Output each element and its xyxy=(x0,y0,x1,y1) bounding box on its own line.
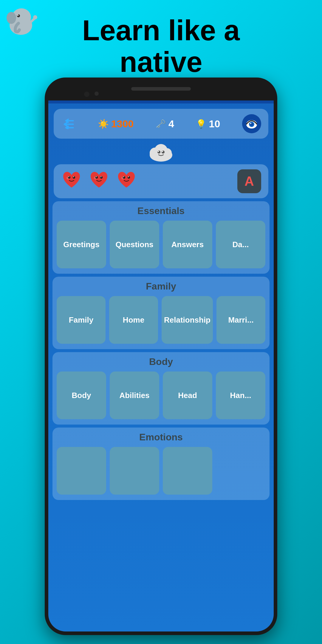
svg-point-17 xyxy=(162,151,165,154)
camera-dot-left xyxy=(84,92,89,97)
headline-line1: Learn like a xyxy=(82,14,240,46)
section-essentials-title: Essentials xyxy=(57,205,265,216)
family-grid: Family Home Relationship Marri... xyxy=(57,296,265,344)
emotion-3-label xyxy=(185,468,190,473)
category-emotion-3[interactable] xyxy=(163,447,212,495)
category-head[interactable]: Head xyxy=(163,371,212,419)
heart-1 xyxy=(61,169,82,193)
family-label: Family xyxy=(66,313,96,327)
headline-line2: native xyxy=(120,46,202,78)
section-essentials: Essentials Greetings Questions Answers D… xyxy=(52,201,270,274)
stats-card: ☀️ 1300 🗝️ 4 💡 10 xyxy=(54,109,268,139)
hands-label: Han... xyxy=(228,388,254,402)
section-family-title: Family xyxy=(57,281,265,292)
marriage-label: Marri... xyxy=(226,313,256,327)
gems-stat: 💡 10 xyxy=(196,118,220,130)
body-label: Body xyxy=(69,388,94,402)
camera-dot-right xyxy=(95,92,99,96)
category-greetings[interactable]: Greetings xyxy=(57,221,106,268)
xp-value: 1300 xyxy=(111,118,134,130)
greetings-label: Greetings xyxy=(61,238,102,252)
category-hands[interactable]: Han... xyxy=(216,371,265,419)
vocab-icon[interactable]: A xyxy=(237,169,261,193)
gems-value: 10 xyxy=(209,118,220,130)
status-bar xyxy=(48,100,274,103)
phone-frame: ☀️ 1300 🗝️ 4 💡 10 xyxy=(45,78,277,635)
svg-point-24 xyxy=(73,177,74,177)
cloud-mascot xyxy=(148,142,174,162)
svg-point-34 xyxy=(128,177,129,177)
back-arrow-icon[interactable] xyxy=(61,118,76,129)
bulb-icon: 💡 xyxy=(196,119,206,129)
svg-point-3 xyxy=(17,14,20,17)
emotions-grid xyxy=(57,447,265,495)
section-emotions-title: Emotions xyxy=(57,432,265,443)
svg-point-19 xyxy=(162,151,163,152)
essentials-grid: Greetings Questions Answers Da... xyxy=(57,221,265,268)
section-family: Family Family Home Relationship Marri... xyxy=(52,277,270,349)
category-answers[interactable]: Answers xyxy=(163,221,212,268)
key-icon: 🗝️ xyxy=(156,119,166,129)
vocab-letter: A xyxy=(244,174,254,189)
mascot-elephant xyxy=(3,3,39,39)
svg-point-29 xyxy=(101,177,102,177)
category-days[interactable]: Da... xyxy=(216,221,265,268)
svg-point-4 xyxy=(17,15,18,16)
svg-point-28 xyxy=(96,177,97,177)
svg-point-11 xyxy=(250,123,251,124)
screen-content[interactable]: ☀️ 1300 🗝️ 4 💡 10 xyxy=(48,100,274,631)
category-home[interactable]: Home xyxy=(109,296,158,344)
head-label: Head xyxy=(176,388,199,402)
section-body-title: Body xyxy=(57,356,265,367)
category-emotion-1[interactable] xyxy=(57,447,106,495)
sun-icon: ☀️ xyxy=(98,119,109,129)
heart-3 xyxy=(116,169,137,193)
days-label: Da... xyxy=(230,238,251,252)
category-emotion-2[interactable] xyxy=(110,447,159,495)
keys-value: 4 xyxy=(168,118,174,130)
svg-point-16 xyxy=(157,151,160,154)
cloud-mascot-area xyxy=(48,142,274,162)
headline-text: Learn like anative xyxy=(82,15,240,78)
body-grid: Body Abilities Head Han... xyxy=(57,371,265,419)
category-relationship[interactable]: Relationship xyxy=(162,296,213,344)
hearts-card: A xyxy=(54,164,268,198)
answers-label: Answers xyxy=(169,238,206,252)
camera-bar xyxy=(131,87,191,91)
svg-point-23 xyxy=(69,177,69,177)
category-family[interactable]: Family xyxy=(57,296,106,344)
section-body: Body Body Abilities Head Han... xyxy=(52,352,270,425)
category-questions[interactable]: Questions xyxy=(110,221,159,268)
xp-stat: ☀️ 1300 xyxy=(98,118,134,130)
category-marriage[interactable]: Marri... xyxy=(216,296,265,344)
top-section: Learn like anative xyxy=(0,0,322,83)
keys-stat: 🗝️ 4 xyxy=(156,118,174,130)
abilities-label: Abilities xyxy=(117,388,152,402)
relationship-label: Relationship xyxy=(162,313,213,327)
svg-point-33 xyxy=(123,177,124,177)
profile-icon[interactable] xyxy=(242,114,261,133)
phone-inner: ☀️ 1300 🗝️ 4 💡 10 xyxy=(48,81,274,631)
heart-2 xyxy=(88,169,110,193)
section-emotions: Emotions xyxy=(52,428,270,500)
svg-point-18 xyxy=(158,151,159,152)
category-abilities[interactable]: Abilities xyxy=(110,371,159,419)
home-label: Home xyxy=(120,313,147,327)
emotion-1-label xyxy=(79,468,84,473)
svg-point-2 xyxy=(7,12,16,24)
emotion-2-label xyxy=(132,468,137,473)
category-body[interactable]: Body xyxy=(57,371,106,419)
questions-label: Questions xyxy=(113,238,156,252)
svg-point-6 xyxy=(33,15,37,19)
